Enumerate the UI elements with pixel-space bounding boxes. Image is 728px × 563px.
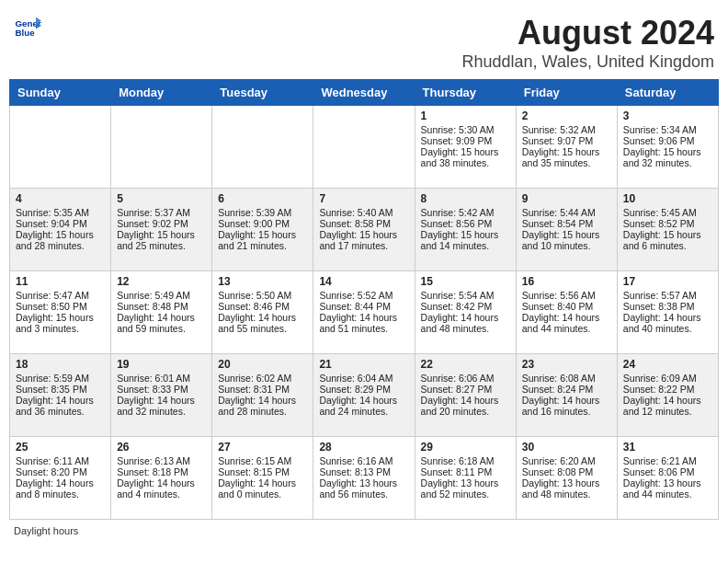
day-info: and 8 minutes. (16, 488, 105, 500)
svg-text:Blue: Blue (16, 28, 36, 38)
day-info: Sunset: 8:42 PM (421, 301, 510, 312)
table-row (212, 106, 313, 189)
day-info: Sunset: 9:02 PM (117, 218, 206, 229)
table-row (10, 106, 111, 189)
day-info: Sunset: 8:08 PM (522, 466, 611, 477)
day-info: Daylight: 15 hours (218, 229, 307, 240)
day-number: 4 (16, 192, 105, 205)
day-info: Sunset: 8:58 PM (319, 218, 408, 229)
day-info: and 3 minutes. (16, 323, 105, 334)
day-number: 26 (117, 441, 206, 454)
day-info: Daylight: 14 hours (421, 395, 510, 406)
table-row: 30Sunrise: 6:20 AMSunset: 8:08 PMDayligh… (516, 437, 617, 520)
day-info: Sunset: 9:09 PM (421, 135, 510, 146)
day-info: Sunrise: 6:13 AM (117, 455, 206, 466)
day-number: 31 (623, 441, 712, 454)
day-info: and 32 minutes. (623, 157, 712, 168)
day-info: Sunrise: 5:40 AM (319, 207, 408, 218)
day-info: and 56 minutes. (319, 488, 408, 500)
day-info: Sunset: 9:04 PM (16, 218, 105, 229)
table-row: 4Sunrise: 5:35 AMSunset: 9:04 PMDaylight… (10, 189, 111, 271)
day-number: 5 (117, 192, 206, 205)
day-info: Sunrise: 5:47 AM (16, 290, 105, 301)
table-row: 7Sunrise: 5:40 AMSunset: 8:58 PMDaylight… (313, 189, 415, 271)
table-row: 5Sunrise: 5:37 AMSunset: 9:02 PMDaylight… (111, 189, 212, 271)
day-info: Sunset: 8:54 PM (522, 218, 611, 229)
table-row: 24Sunrise: 6:09 AMSunset: 8:22 PMDayligh… (617, 354, 718, 437)
day-info: Daylight: 14 hours (623, 312, 712, 323)
day-info: Sunset: 8:48 PM (117, 301, 206, 312)
logo: General Blue (14, 14, 41, 41)
day-info: Daylight: 13 hours (522, 477, 611, 488)
day-info: and 6 minutes. (623, 240, 712, 251)
day-info: Sunrise: 5:34 AM (623, 124, 712, 135)
day-info: Sunset: 8:18 PM (117, 466, 206, 477)
day-info: Sunset: 8:50 PM (16, 301, 105, 312)
day-info: Daylight: 15 hours (623, 146, 712, 157)
table-row: 28Sunrise: 6:16 AMSunset: 8:13 PMDayligh… (313, 437, 415, 520)
table-row: 31Sunrise: 6:21 AMSunset: 8:06 PMDayligh… (617, 437, 718, 520)
day-info: and 35 minutes. (522, 157, 611, 168)
header-monday: Monday (111, 80, 212, 106)
day-info: Daylight: 15 hours (421, 229, 510, 240)
day-info: Sunset: 8:56 PM (421, 218, 510, 229)
table-row: 2Sunrise: 5:32 AMSunset: 9:07 PMDaylight… (516, 106, 617, 189)
day-info: Daylight: 14 hours (522, 312, 611, 323)
day-info: Sunrise: 6:16 AM (319, 455, 408, 466)
day-number: 27 (218, 441, 307, 454)
day-number: 18 (16, 358, 105, 371)
day-info: Sunset: 9:00 PM (218, 218, 307, 229)
day-info: Sunrise: 6:15 AM (218, 455, 307, 466)
day-info: Daylight: 14 hours (421, 312, 510, 323)
day-number: 23 (522, 358, 611, 371)
day-info: Daylight: 14 hours (117, 312, 206, 323)
day-number: 11 (16, 275, 105, 288)
day-info: Sunset: 8:46 PM (218, 301, 307, 312)
day-info: Sunrise: 5:50 AM (218, 290, 307, 301)
day-number: 7 (319, 192, 408, 205)
table-row: 23Sunrise: 6:08 AMSunset: 8:24 PMDayligh… (516, 354, 617, 437)
calendar-week-row: 11Sunrise: 5:47 AMSunset: 8:50 PMDayligh… (10, 271, 719, 354)
logo-icon: General Blue (14, 14, 41, 41)
table-row: 16Sunrise: 5:56 AMSunset: 8:40 PMDayligh… (516, 271, 617, 354)
header-wednesday: Wednesday (313, 80, 415, 106)
day-info: and 48 minutes. (421, 323, 510, 334)
day-info: Sunset: 8:06 PM (623, 466, 712, 477)
day-info: Sunrise: 5:59 AM (16, 373, 105, 384)
day-info: Daylight: 14 hours (218, 395, 307, 406)
table-row: 8Sunrise: 5:42 AMSunset: 8:56 PMDaylight… (415, 189, 516, 271)
day-info: and 51 minutes. (319, 323, 408, 334)
calendar-table: Sunday Monday Tuesday Wednesday Thursday… (9, 79, 719, 520)
day-info: and 20 minutes. (421, 406, 510, 417)
header-saturday: Saturday (617, 80, 718, 106)
table-row: 29Sunrise: 6:18 AMSunset: 8:11 PMDayligh… (415, 437, 516, 520)
table-row: 11Sunrise: 5:47 AMSunset: 8:50 PMDayligh… (10, 271, 111, 354)
header: General Blue August 2024 Rhuddlan, Wales… (9, 9, 719, 72)
calendar-header-row: Sunday Monday Tuesday Wednesday Thursday… (10, 80, 719, 106)
table-row: 9Sunrise: 5:44 AMSunset: 8:54 PMDaylight… (516, 189, 617, 271)
day-info: and 4 minutes. (117, 488, 206, 500)
table-row: 19Sunrise: 6:01 AMSunset: 8:33 PMDayligh… (111, 354, 212, 437)
day-info: Sunset: 9:07 PM (522, 135, 611, 146)
table-row: 17Sunrise: 5:57 AMSunset: 8:38 PMDayligh… (617, 271, 718, 354)
day-info: Sunset: 8:27 PM (421, 384, 510, 395)
day-info: Daylight: 13 hours (421, 477, 510, 488)
day-info: Sunrise: 5:49 AM (117, 290, 206, 301)
table-row: 25Sunrise: 6:11 AMSunset: 8:20 PMDayligh… (10, 437, 111, 520)
day-info: and 28 minutes. (16, 240, 105, 251)
day-number: 19 (117, 358, 206, 371)
day-info: Sunrise: 5:56 AM (522, 290, 611, 301)
day-info: Sunrise: 6:20 AM (522, 455, 611, 466)
day-info: Sunset: 8:33 PM (117, 384, 206, 395)
table-row: 22Sunrise: 6:06 AMSunset: 8:27 PMDayligh… (415, 354, 516, 437)
table-row: 6Sunrise: 5:39 AMSunset: 9:00 PMDaylight… (212, 189, 313, 271)
day-info: Daylight: 15 hours (16, 312, 105, 323)
day-info: and 0 minutes. (218, 488, 307, 500)
header-thursday: Thursday (415, 80, 516, 106)
table-row: 26Sunrise: 6:13 AMSunset: 8:18 PMDayligh… (111, 437, 212, 520)
header-friday: Friday (516, 80, 617, 106)
table-row: 21Sunrise: 6:04 AMSunset: 8:29 PMDayligh… (313, 354, 415, 437)
day-info: Daylight: 14 hours (16, 395, 105, 406)
day-info: Sunrise: 5:44 AM (522, 207, 611, 218)
day-number: 30 (522, 441, 611, 454)
